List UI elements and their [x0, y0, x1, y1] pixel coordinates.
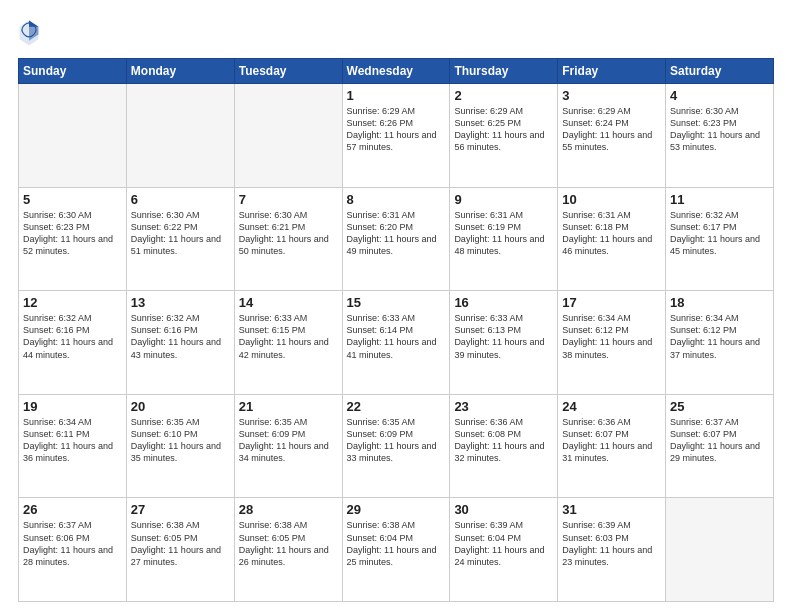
day-number: 10	[562, 192, 661, 207]
cell-info: Sunrise: 6:31 AM Sunset: 6:19 PM Dayligh…	[454, 209, 553, 258]
calendar-cell: 19Sunrise: 6:34 AM Sunset: 6:11 PM Dayli…	[19, 394, 127, 498]
calendar-cell: 11Sunrise: 6:32 AM Sunset: 6:17 PM Dayli…	[666, 187, 774, 291]
day-number: 30	[454, 502, 553, 517]
day-number: 20	[131, 399, 230, 414]
day-number: 24	[562, 399, 661, 414]
calendar-cell: 14Sunrise: 6:33 AM Sunset: 6:15 PM Dayli…	[234, 291, 342, 395]
calendar-cell: 29Sunrise: 6:38 AM Sunset: 6:04 PM Dayli…	[342, 498, 450, 602]
day-number: 15	[347, 295, 446, 310]
calendar-cell: 27Sunrise: 6:38 AM Sunset: 6:05 PM Dayli…	[126, 498, 234, 602]
calendar-cell: 7Sunrise: 6:30 AM Sunset: 6:21 PM Daylig…	[234, 187, 342, 291]
cell-info: Sunrise: 6:36 AM Sunset: 6:07 PM Dayligh…	[562, 416, 661, 465]
cell-info: Sunrise: 6:30 AM Sunset: 6:21 PM Dayligh…	[239, 209, 338, 258]
cell-info: Sunrise: 6:33 AM Sunset: 6:15 PM Dayligh…	[239, 312, 338, 361]
day-number: 5	[23, 192, 122, 207]
calendar-cell: 20Sunrise: 6:35 AM Sunset: 6:10 PM Dayli…	[126, 394, 234, 498]
day-number: 1	[347, 88, 446, 103]
day-number: 7	[239, 192, 338, 207]
calendar-cell: 26Sunrise: 6:37 AM Sunset: 6:06 PM Dayli…	[19, 498, 127, 602]
calendar-cell: 1Sunrise: 6:29 AM Sunset: 6:26 PM Daylig…	[342, 84, 450, 188]
cell-info: Sunrise: 6:32 AM Sunset: 6:17 PM Dayligh…	[670, 209, 769, 258]
day-number: 13	[131, 295, 230, 310]
cell-info: Sunrise: 6:29 AM Sunset: 6:24 PM Dayligh…	[562, 105, 661, 154]
cell-info: Sunrise: 6:29 AM Sunset: 6:25 PM Dayligh…	[454, 105, 553, 154]
day-number: 4	[670, 88, 769, 103]
cell-info: Sunrise: 6:31 AM Sunset: 6:18 PM Dayligh…	[562, 209, 661, 258]
calendar-cell: 18Sunrise: 6:34 AM Sunset: 6:12 PM Dayli…	[666, 291, 774, 395]
day-number: 3	[562, 88, 661, 103]
cell-info: Sunrise: 6:32 AM Sunset: 6:16 PM Dayligh…	[131, 312, 230, 361]
calendar-cell: 23Sunrise: 6:36 AM Sunset: 6:08 PM Dayli…	[450, 394, 558, 498]
weekday-header-saturday: Saturday	[666, 59, 774, 84]
day-number: 14	[239, 295, 338, 310]
logo-icon	[18, 18, 40, 48]
calendar-cell: 30Sunrise: 6:39 AM Sunset: 6:04 PM Dayli…	[450, 498, 558, 602]
cell-info: Sunrise: 6:30 AM Sunset: 6:22 PM Dayligh…	[131, 209, 230, 258]
calendar-cell	[234, 84, 342, 188]
cell-info: Sunrise: 6:29 AM Sunset: 6:26 PM Dayligh…	[347, 105, 446, 154]
calendar-cell: 22Sunrise: 6:35 AM Sunset: 6:09 PM Dayli…	[342, 394, 450, 498]
day-number: 2	[454, 88, 553, 103]
calendar-cell	[126, 84, 234, 188]
cell-info: Sunrise: 6:35 AM Sunset: 6:09 PM Dayligh…	[347, 416, 446, 465]
day-number: 23	[454, 399, 553, 414]
week-row-4: 19Sunrise: 6:34 AM Sunset: 6:11 PM Dayli…	[19, 394, 774, 498]
cell-info: Sunrise: 6:31 AM Sunset: 6:20 PM Dayligh…	[347, 209, 446, 258]
cell-info: Sunrise: 6:33 AM Sunset: 6:13 PM Dayligh…	[454, 312, 553, 361]
calendar-cell: 28Sunrise: 6:38 AM Sunset: 6:05 PM Dayli…	[234, 498, 342, 602]
day-number: 26	[23, 502, 122, 517]
calendar-cell: 5Sunrise: 6:30 AM Sunset: 6:23 PM Daylig…	[19, 187, 127, 291]
day-number: 21	[239, 399, 338, 414]
cell-info: Sunrise: 6:39 AM Sunset: 6:03 PM Dayligh…	[562, 519, 661, 568]
weekday-header-tuesday: Tuesday	[234, 59, 342, 84]
day-number: 28	[239, 502, 338, 517]
cell-info: Sunrise: 6:37 AM Sunset: 6:07 PM Dayligh…	[670, 416, 769, 465]
calendar-body: 1Sunrise: 6:29 AM Sunset: 6:26 PM Daylig…	[19, 84, 774, 602]
calendar-cell: 31Sunrise: 6:39 AM Sunset: 6:03 PM Dayli…	[558, 498, 666, 602]
cell-info: Sunrise: 6:38 AM Sunset: 6:04 PM Dayligh…	[347, 519, 446, 568]
calendar-cell: 16Sunrise: 6:33 AM Sunset: 6:13 PM Dayli…	[450, 291, 558, 395]
week-row-3: 12Sunrise: 6:32 AM Sunset: 6:16 PM Dayli…	[19, 291, 774, 395]
cell-info: Sunrise: 6:38 AM Sunset: 6:05 PM Dayligh…	[131, 519, 230, 568]
weekday-header-sunday: Sunday	[19, 59, 127, 84]
weekday-header-row: SundayMondayTuesdayWednesdayThursdayFrid…	[19, 59, 774, 84]
cell-info: Sunrise: 6:39 AM Sunset: 6:04 PM Dayligh…	[454, 519, 553, 568]
logo	[18, 18, 44, 48]
cell-info: Sunrise: 6:30 AM Sunset: 6:23 PM Dayligh…	[23, 209, 122, 258]
calendar-cell: 15Sunrise: 6:33 AM Sunset: 6:14 PM Dayli…	[342, 291, 450, 395]
calendar-cell	[666, 498, 774, 602]
week-row-1: 1Sunrise: 6:29 AM Sunset: 6:26 PM Daylig…	[19, 84, 774, 188]
calendar-cell: 12Sunrise: 6:32 AM Sunset: 6:16 PM Dayli…	[19, 291, 127, 395]
calendar-cell: 3Sunrise: 6:29 AM Sunset: 6:24 PM Daylig…	[558, 84, 666, 188]
calendar-cell: 13Sunrise: 6:32 AM Sunset: 6:16 PM Dayli…	[126, 291, 234, 395]
day-number: 16	[454, 295, 553, 310]
week-row-5: 26Sunrise: 6:37 AM Sunset: 6:06 PM Dayli…	[19, 498, 774, 602]
day-number: 18	[670, 295, 769, 310]
day-number: 17	[562, 295, 661, 310]
calendar-cell: 25Sunrise: 6:37 AM Sunset: 6:07 PM Dayli…	[666, 394, 774, 498]
day-number: 9	[454, 192, 553, 207]
cell-info: Sunrise: 6:38 AM Sunset: 6:05 PM Dayligh…	[239, 519, 338, 568]
day-number: 19	[23, 399, 122, 414]
cell-info: Sunrise: 6:34 AM Sunset: 6:12 PM Dayligh…	[670, 312, 769, 361]
calendar-cell: 10Sunrise: 6:31 AM Sunset: 6:18 PM Dayli…	[558, 187, 666, 291]
weekday-header-wednesday: Wednesday	[342, 59, 450, 84]
page: SundayMondayTuesdayWednesdayThursdayFrid…	[0, 0, 792, 612]
cell-info: Sunrise: 6:37 AM Sunset: 6:06 PM Dayligh…	[23, 519, 122, 568]
day-number: 29	[347, 502, 446, 517]
calendar-cell: 6Sunrise: 6:30 AM Sunset: 6:22 PM Daylig…	[126, 187, 234, 291]
weekday-header-friday: Friday	[558, 59, 666, 84]
calendar: SundayMondayTuesdayWednesdayThursdayFrid…	[18, 58, 774, 602]
weekday-header-thursday: Thursday	[450, 59, 558, 84]
cell-info: Sunrise: 6:35 AM Sunset: 6:10 PM Dayligh…	[131, 416, 230, 465]
cell-info: Sunrise: 6:33 AM Sunset: 6:14 PM Dayligh…	[347, 312, 446, 361]
day-number: 27	[131, 502, 230, 517]
calendar-cell: 8Sunrise: 6:31 AM Sunset: 6:20 PM Daylig…	[342, 187, 450, 291]
calendar-cell: 4Sunrise: 6:30 AM Sunset: 6:23 PM Daylig…	[666, 84, 774, 188]
day-number: 6	[131, 192, 230, 207]
day-number: 31	[562, 502, 661, 517]
calendar-cell: 24Sunrise: 6:36 AM Sunset: 6:07 PM Dayli…	[558, 394, 666, 498]
day-number: 25	[670, 399, 769, 414]
cell-info: Sunrise: 6:34 AM Sunset: 6:12 PM Dayligh…	[562, 312, 661, 361]
day-number: 12	[23, 295, 122, 310]
